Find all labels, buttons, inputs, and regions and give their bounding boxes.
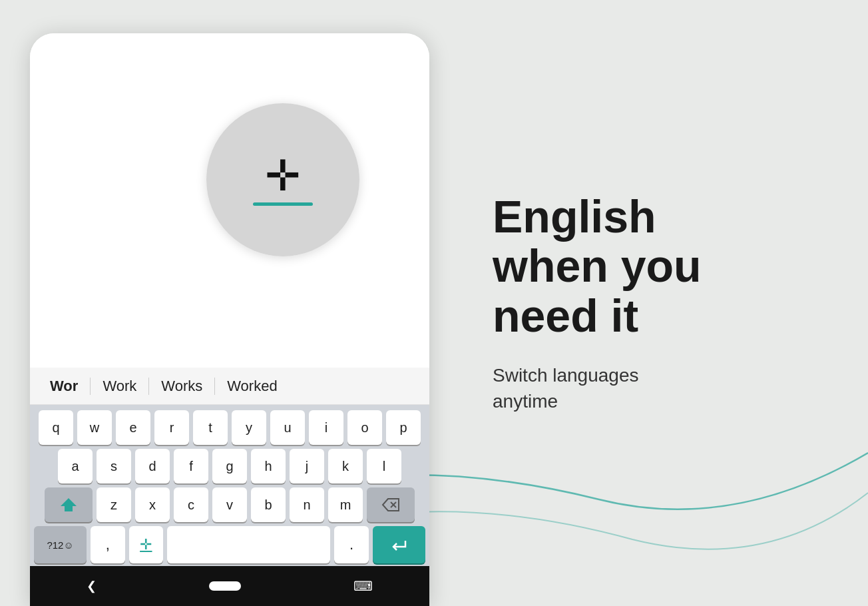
suggestion-work[interactable]: Work xyxy=(91,378,149,395)
key-language[interactable]: ✛ xyxy=(129,526,163,563)
keyboard: q w e r t y u i o p a s d f g h j k xyxy=(30,405,429,566)
key-r[interactable]: r xyxy=(154,410,189,445)
nav-back-icon[interactable]: ❮ xyxy=(87,579,97,593)
key-period[interactable]: . xyxy=(334,526,368,563)
keyboard-row-1: q w e r t y u i o p xyxy=(34,410,425,445)
key-m[interactable]: m xyxy=(328,487,363,522)
svg-marker-0 xyxy=(61,498,77,511)
suggestions-bar: Wor Work Works Worked xyxy=(30,368,429,405)
suggestion-worked[interactable]: Worked xyxy=(215,378,289,395)
key-p[interactable]: p xyxy=(386,410,421,445)
key-shift[interactable] xyxy=(45,487,93,522)
suggestion-wor[interactable]: Wor xyxy=(38,378,91,395)
headline-line1: English xyxy=(493,191,656,242)
key-j[interactable]: j xyxy=(290,449,324,483)
nav-home-button[interactable] xyxy=(209,581,241,591)
keyboard-row-3: z x c v b n m xyxy=(34,487,425,522)
backspace-icon xyxy=(381,497,400,512)
key-u[interactable]: u xyxy=(270,410,305,445)
cursor-popup: ✛ xyxy=(206,103,359,256)
key-e[interactable]: e xyxy=(116,410,150,445)
key-comma[interactable]: , xyxy=(91,526,124,563)
keyboard-row-bottom: ?12☺ , ✛ . xyxy=(34,526,425,563)
android-nav-bar: ❮ ⌨ xyxy=(30,566,429,606)
key-h[interactable]: h xyxy=(251,449,286,483)
key-s[interactable]: s xyxy=(97,449,131,483)
key-space[interactable] xyxy=(167,526,330,563)
text-section: English when you need it Switch language… xyxy=(459,0,868,606)
suggestion-works[interactable]: Works xyxy=(149,378,215,395)
key-n[interactable]: n xyxy=(290,487,324,522)
cursor-underline xyxy=(253,202,313,206)
key-enter[interactable] xyxy=(373,526,425,563)
key-q[interactable]: q xyxy=(39,410,73,445)
key-g[interactable]: g xyxy=(212,449,247,483)
key-z[interactable]: z xyxy=(97,487,131,522)
cursor-cross-icon: ✛ xyxy=(265,154,301,197)
headline-line3: need it xyxy=(493,290,638,341)
key-k[interactable]: k xyxy=(328,449,363,483)
key-i[interactable]: i xyxy=(309,410,343,445)
key-a[interactable]: a xyxy=(58,449,93,483)
subheadline-text: Switch languagesanytime xyxy=(493,362,821,414)
phone-section: Wor Work Works Worked q w e r t y u i o … xyxy=(0,0,459,606)
phone-mockup: Wor Work Works Worked q w e r t y u i o … xyxy=(30,33,429,606)
key-c[interactable]: c xyxy=(174,487,208,522)
shift-up-icon xyxy=(59,495,78,514)
key-b[interactable]: b xyxy=(251,487,286,522)
key-o[interactable]: o xyxy=(347,410,382,445)
nav-keyboard-icon[interactable]: ⌨ xyxy=(353,578,373,594)
key-l[interactable]: l xyxy=(367,449,401,483)
key-v[interactable]: v xyxy=(212,487,247,522)
key-numbers[interactable]: ?12☺ xyxy=(34,526,87,563)
key-w[interactable]: w xyxy=(77,410,112,445)
enter-icon xyxy=(389,537,408,552)
key-f[interactable]: f xyxy=(174,449,208,483)
headline-line2: when you xyxy=(493,240,702,291)
key-d[interactable]: d xyxy=(135,449,170,483)
key-t[interactable]: t xyxy=(193,410,228,445)
key-x[interactable]: x xyxy=(135,487,170,522)
headline-text: English when you need it xyxy=(493,192,821,341)
key-backspace[interactable] xyxy=(367,487,415,522)
keyboard-row-2: a s d f g h j k l xyxy=(34,449,425,483)
key-y[interactable]: y xyxy=(232,410,266,445)
